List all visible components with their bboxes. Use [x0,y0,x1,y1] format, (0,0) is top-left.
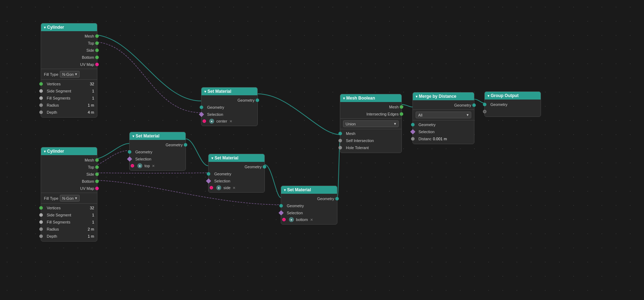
mbd-sel-socket[interactable] [410,129,415,134]
cylinder1-side-socket[interactable] [95,49,99,52]
sm3-geo-in-socket[interactable] [207,172,210,176]
node-cylinder1-body: Mesh Top Side Bottom UV Map Fill Type [41,31,97,117]
mb-intersecting-socket[interactable] [400,112,403,116]
divider [413,120,474,120]
sm4-geo-out-row: Geometry [281,195,337,202]
node-group-output: ▾ Group Output Geometry [484,91,541,117]
node-set-material-1: ▾ Set Material Geometry Geometry Selecti… [201,87,258,126]
sm4-geo-out-socket[interactable] [335,197,339,200]
cylinder1-uvmap-socket[interactable] [95,63,99,66]
mbd-geo-out-row: Geometry [413,102,474,109]
mbd-distance-socket[interactable] [411,137,415,141]
sm2-mat-row: ● top ✕ [130,163,186,169]
mbd-geo-in-socket[interactable] [411,123,415,126]
mb-operation-dropdown[interactable]: Union ▾ [343,120,399,127]
cylinder1-fillseg-socket[interactable] [39,96,43,100]
sm1-geo-in-row: Geometry [201,104,257,111]
sm4-geo-in-socket[interactable] [279,204,283,208]
cylinder2-vertices-socket[interactable] [39,206,43,210]
cylinder1-filltype-dropdown[interactable]: N-Gon ▾ [60,71,80,78]
node-merge-by-distance: ▾ Merge by Distance Geometry All ▾ Geome… [412,92,474,144]
cylinder1-side-row: Side [41,47,97,54]
cylinder1-sideseg-row: Side Segment 1 [41,87,97,95]
sm2-sel-socket[interactable] [127,157,132,162]
node-mesh-boolean-body: Mesh Intersecting Edges Union ▾ Mesh [340,102,401,153]
node-cylinder2-title: Cylinder [47,149,64,154]
cylinder1-sideseg-socket[interactable] [39,89,43,93]
mb-intersecting-row: Intersecting Edges [340,111,401,118]
cylinder2-fillseg-socket[interactable] [39,220,43,224]
node-cylinder2: ▾ Cylinder Mesh Top Side Bottom UV Map [41,147,97,242]
divider [340,129,401,129]
node-set-material-1-header: ▾ Set Material [201,87,257,95]
mb-hole-tolerant-socket[interactable] [338,146,342,149]
mb-mesh-out-socket[interactable] [400,105,403,109]
cylinder1-bottom-socket[interactable] [95,56,99,59]
cylinder2-side-socket[interactable] [95,172,99,176]
cylinder2-bottom-row: Bottom [41,178,97,185]
cylinder1-fillseg-row: Fill Segments 1 [41,95,97,102]
cylinder2-filltype-dropdown[interactable]: N-Gon ▾ [60,195,80,202]
sm4-geo-in-row: Geometry [281,202,337,209]
cylinder1-depth-socket[interactable] [39,111,43,114]
cylinder2-depth-socket[interactable] [39,234,43,238]
node-set-material-3-header: ▾ Set Material [209,154,264,162]
node-set-material-4-body: Geometry Geometry Selection ● bottom ✕ [281,194,337,224]
node-merge-by-distance-header: ▾ Merge by Distance [413,92,474,100]
sm1-geo-in-socket[interactable] [200,106,203,109]
sm3-mat-remove[interactable]: ✕ [233,186,235,190]
cylinder2-top-socket[interactable] [95,165,99,169]
sm3-sel-socket[interactable] [206,179,211,183]
sm1-geo-out-socket[interactable] [256,98,259,102]
divider [413,109,474,110]
mbd-geo-out-socket[interactable] [472,103,476,107]
node-cylinder1-header: ▾ Cylinder [41,23,97,31]
sm1-mat-remove[interactable]: ✕ [229,119,232,123]
sm3-mat-socket[interactable] [210,186,213,189]
node-set-material-3-title: Set Material [215,155,238,160]
sm3-mat-icon: ● [216,185,221,190]
sm2-geo-in-socket[interactable] [128,150,131,154]
cylinder2-bottom-socket[interactable] [95,180,99,183]
sm2-mat-remove[interactable]: ✕ [152,164,155,168]
sm4-mat-icon: ● [289,217,294,222]
node-set-material-3: ▾ Set Material Geometry Geometry Selecti… [208,154,265,193]
sm2-mat-socket[interactable] [131,164,134,168]
node-group-output-header: ▾ Group Output [485,92,541,100]
cylinder2-uvmap-socket[interactable] [95,187,99,190]
node-set-material-4-title: Set Material [287,187,311,192]
mb-self-intersection-row: Self Intersection [340,137,401,144]
cylinder1-top-row: Top [41,40,97,47]
sm4-sel-socket[interactable] [279,210,284,215]
mbd-mode-dropdown[interactable]: All ▾ [416,112,471,118]
sm1-mat-socket[interactable] [203,119,206,123]
divider [41,69,97,69]
sm4-mat-row: ● bottom ✕ [281,216,337,223]
mb-self-intersection-socket[interactable] [338,139,342,142]
sm3-sel-row: Selection [209,177,264,185]
sm3-geo-out-socket[interactable] [263,165,266,169]
cylinder2-mesh-socket[interactable] [95,158,99,162]
sm2-geo-out-socket[interactable] [184,143,187,147]
mb-mesh-in-socket[interactable] [338,132,342,135]
sm4-mat-socket[interactable] [282,218,286,221]
sm4-mat-remove[interactable]: ✕ [310,218,313,222]
node-cylinder2-header: ▾ Cylinder [41,147,97,155]
mbd-sel-row: Selection [413,128,474,135]
cylinder2-side-row: Side [41,171,97,178]
sm1-mat-row: ● center ✕ [201,118,257,124]
sm3-geo-in-row: Geometry [209,170,264,177]
node-set-material-4-header: ▾ Set Material [281,186,337,194]
cylinder1-mesh-socket[interactable] [95,34,99,38]
go-geo-in-socket[interactable] [483,103,486,106]
go-extra-socket[interactable] [483,110,486,113]
cylinder2-sideseg-socket[interactable] [39,213,43,217]
sm1-sel-socket[interactable] [199,112,204,117]
cylinder2-sideseg-row: Side Segment 1 [41,211,97,219]
cylinder1-top-socket[interactable] [95,41,99,45]
sm1-mat-icon: ● [209,119,214,124]
node-cylinder2-body: Mesh Top Side Bottom UV Map Fill Type [41,155,97,241]
cylinder2-radius-socket[interactable] [39,227,43,231]
cylinder1-vertices-socket[interactable] [39,82,43,86]
cylinder1-radius-socket[interactable] [39,103,43,107]
